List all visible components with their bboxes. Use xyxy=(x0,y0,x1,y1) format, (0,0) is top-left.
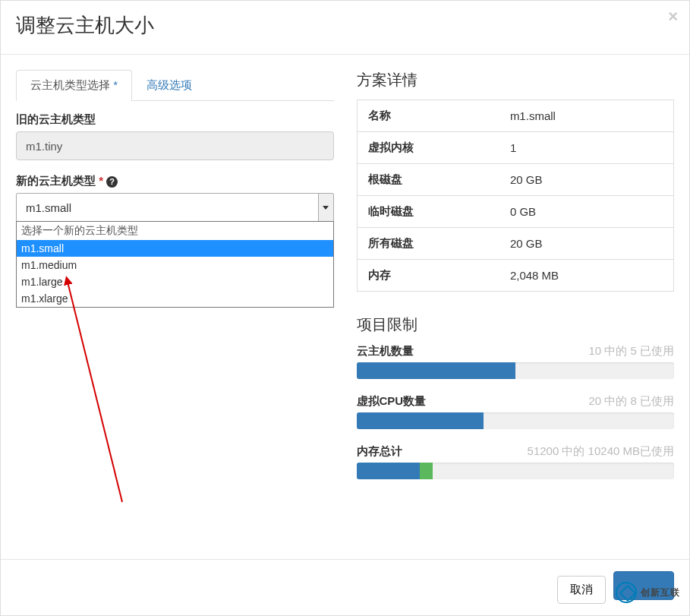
quota-vcpus: 虚拟CPU数量 20 中的 8 已使用 xyxy=(357,394,675,429)
dropdown-group-label: 选择一个新的云主机类型 xyxy=(17,222,333,240)
detail-label: 所有磁盘 xyxy=(357,228,499,260)
progress-bar-fill xyxy=(357,463,421,479)
flavor-dropdown-list: 选择一个新的云主机类型 m1.small m1.medium m1.large … xyxy=(16,221,334,308)
progress-bar-track xyxy=(357,412,675,429)
right-column: 方案详情 名称m1.small 虚拟内核1 根磁盘20 GB 临时磁盘0 GB … xyxy=(357,70,675,494)
progress-bar-fill xyxy=(357,412,484,429)
tab-label: 云主机类型选择 xyxy=(30,78,110,91)
table-row: 临时磁盘0 GB xyxy=(357,196,674,228)
detail-label: 虚拟内核 xyxy=(357,132,499,164)
detail-label: 临时磁盘 xyxy=(357,196,499,228)
cancel-button[interactable]: 取消 xyxy=(557,576,606,604)
quota-header: 云主机数量 10 中的 5 已使用 xyxy=(357,344,675,359)
detail-value: 20 GB xyxy=(499,164,674,196)
dropdown-option[interactable]: m1.large xyxy=(17,273,333,290)
new-flavor-group: 新的云主机类型 * ? m1.small 选择一个新的云主机类型 m1.smal… xyxy=(16,174,334,222)
resize-instance-modal: × 调整云主机大小 云主机类型选择 * 高级选项 旧的云主机类型 新的云主机类型 xyxy=(0,0,690,616)
watermark-text: 创新互联 xyxy=(641,586,680,599)
chevron-down-icon[interactable] xyxy=(318,194,333,221)
old-flavor-input xyxy=(16,131,334,160)
old-flavor-label: 旧的云主机类型 xyxy=(16,112,334,127)
table-row: 内存2,048 MB xyxy=(357,260,674,292)
close-icon[interactable]: × xyxy=(668,7,678,27)
modal-body: 云主机类型选择 * 高级选项 旧的云主机类型 新的云主机类型 * ? xyxy=(1,55,689,510)
watermark: 创新互联 xyxy=(616,582,680,603)
modal-header: × 调整云主机大小 xyxy=(1,1,689,55)
dropdown-option[interactable]: m1.small xyxy=(17,240,333,257)
progress-bar-track xyxy=(357,463,675,479)
quota-usage: 10 中的 5 已使用 xyxy=(588,344,674,359)
new-flavor-label: 新的云主机类型 * ? xyxy=(16,174,334,188)
detail-label: 名称 xyxy=(357,100,499,132)
quota-instances: 云主机数量 10 中的 5 已使用 xyxy=(357,344,675,379)
tab-label: 高级选项 xyxy=(147,78,192,91)
dropdown-option[interactable]: m1.medium xyxy=(17,257,333,273)
progress-bar-track xyxy=(357,362,675,379)
modal-footer: 取消 xyxy=(1,559,689,615)
dropdown-option[interactable]: m1.xlarge xyxy=(17,290,333,307)
quota-label: 内存总计 xyxy=(357,444,402,459)
table-row: 名称m1.small xyxy=(357,100,674,132)
help-icon[interactable]: ? xyxy=(106,176,118,188)
detail-label: 根磁盘 xyxy=(357,164,499,196)
detail-value: 1 xyxy=(499,132,674,164)
table-row: 所有磁盘20 GB xyxy=(357,228,674,260)
tab-bar: 云主机类型选择 * 高级选项 xyxy=(16,70,334,101)
detail-label: 内存 xyxy=(357,260,499,292)
select-value: m1.small xyxy=(26,201,71,214)
quota-ram: 内存总计 51200 中的 10240 MB已使用 xyxy=(357,444,675,479)
required-marker: * xyxy=(99,174,106,187)
watermark-logo-icon xyxy=(616,582,637,603)
quota-usage: 51200 中的 10240 MB已使用 xyxy=(528,444,674,459)
quota-label: 云主机数量 xyxy=(357,344,414,359)
progress-bar-added xyxy=(420,463,433,479)
limits-heading: 项目限制 xyxy=(357,314,675,335)
left-column: 云主机类型选择 * 高级选项 旧的云主机类型 新的云主机类型 * ? xyxy=(16,70,334,494)
detail-value: 0 GB xyxy=(499,196,674,228)
flavor-details-table: 名称m1.small 虚拟内核1 根磁盘20 GB 临时磁盘0 GB 所有磁盘2… xyxy=(357,100,675,292)
quota-header: 虚拟CPU数量 20 中的 8 已使用 xyxy=(357,394,675,409)
modal-title: 调整云主机大小 xyxy=(16,12,674,39)
new-flavor-select[interactable]: m1.small 选择一个新的云主机类型 m1.small m1.medium … xyxy=(16,193,334,222)
required-marker: * xyxy=(113,78,118,91)
tab-flavor-select[interactable]: 云主机类型选择 * xyxy=(16,70,132,101)
table-row: 根磁盘20 GB xyxy=(357,164,674,196)
quota-label: 虚拟CPU数量 xyxy=(357,394,427,409)
detail-value: 2,048 MB xyxy=(499,260,674,292)
progress-bar-fill xyxy=(357,362,515,379)
tab-advanced[interactable]: 高级选项 xyxy=(132,70,206,101)
details-heading: 方案详情 xyxy=(357,70,675,90)
quota-usage: 20 中的 8 已使用 xyxy=(588,394,674,409)
table-row: 虚拟内核1 xyxy=(357,132,674,164)
detail-value: m1.small xyxy=(499,100,674,132)
quota-header: 内存总计 51200 中的 10240 MB已使用 xyxy=(357,444,675,459)
old-flavor-group: 旧的云主机类型 xyxy=(16,112,334,160)
select-display[interactable]: m1.small xyxy=(16,193,334,222)
detail-value: 20 GB xyxy=(499,228,674,260)
